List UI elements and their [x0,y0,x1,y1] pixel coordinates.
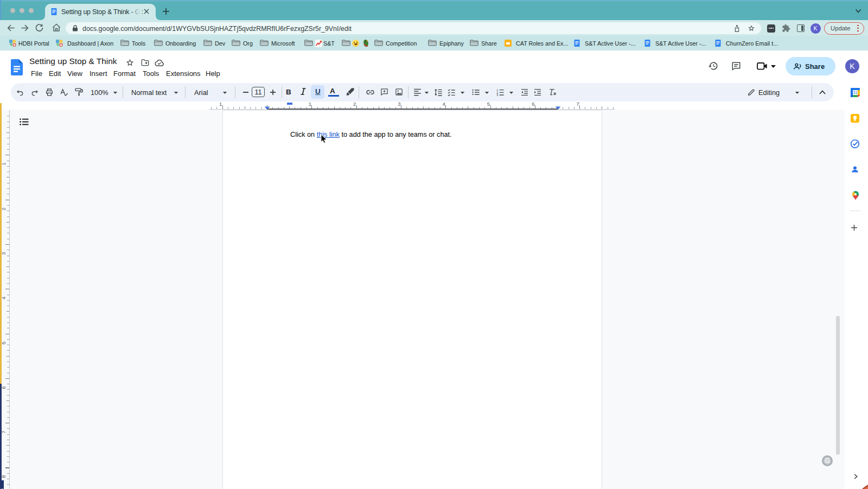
svg-text:3: 3 [496,93,498,97]
svg-text:31: 31 [853,90,857,95]
